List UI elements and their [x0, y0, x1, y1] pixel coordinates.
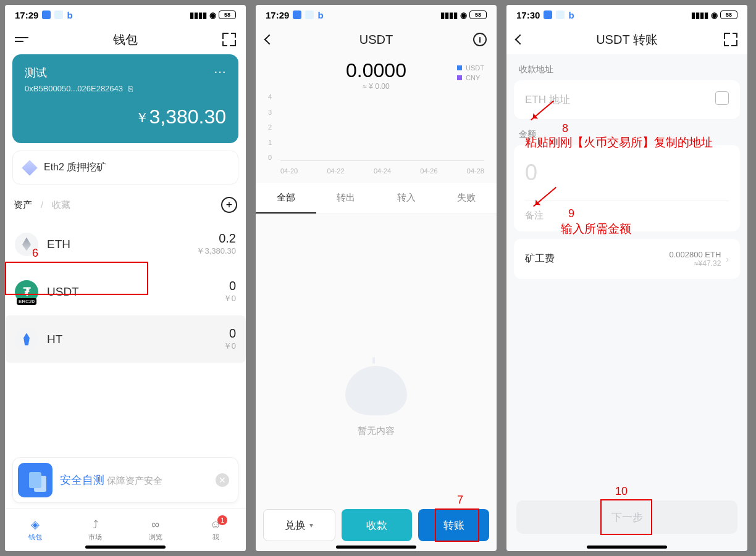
eth2-icon — [22, 160, 37, 175]
back-button[interactable] — [264, 35, 275, 45]
battery-icon: 58 — [720, 10, 737, 19]
browse-icon: ∞ — [149, 518, 162, 531]
status-icon-1 — [42, 10, 51, 19]
tab-assets[interactable]: 资产 — [14, 199, 32, 211]
screen-wallet: 17:29 b ▮▮▮▮ ◉ 58 钱包 ⋯ 测试 0xB5B00050...0… — [5, 5, 246, 551]
scan-icon[interactable] — [222, 33, 236, 46]
info-button[interactable]: i — [473, 33, 487, 46]
amount-input-card[interactable]: 0 备注 — [514, 145, 740, 231]
promo-title: 安全自测 — [60, 474, 104, 486]
home-indicator — [85, 546, 166, 549]
tab-separator: / — [41, 199, 43, 211]
chart-x-axis: 04-20 04-22 04-24 04-26 04-28 — [280, 167, 484, 175]
status-icon-2 — [556, 10, 565, 19]
page-title: USDT 转账 — [596, 31, 658, 48]
fee-amount: 0.002800 ETH — [669, 250, 721, 259]
transfer-button[interactable]: 转账 — [418, 509, 489, 541]
fee-value: ≈¥47.32 — [669, 259, 721, 268]
bottom-nav: ◈ 钱包 ⤴ 市场 ∞ 浏览 ☺ 我 1 — [5, 508, 246, 551]
chart-baseline — [280, 160, 484, 161]
exchange-button[interactable]: 兑换 — [263, 509, 335, 541]
status-b-icon: b — [67, 10, 72, 20]
copy-icon[interactable]: ⎘ — [128, 84, 133, 93]
signal-icon: ▮▮▮▮ — [190, 10, 207, 20]
tab-in[interactable]: 转入 — [376, 183, 437, 214]
promo-close-button[interactable]: ✕ — [216, 473, 229, 487]
status-bar: 17:29 b ▮▮▮▮ ◉ 58 — [256, 5, 497, 25]
tab-favorites[interactable]: 收藏 — [52, 199, 70, 211]
screen-usdt-detail: 17:29 b ▮▮▮▮ ◉ 58 USDT i 0.0000 ≈ ¥ 0.00… — [256, 5, 497, 551]
legend-dot — [457, 75, 462, 80]
asset-row-usdt[interactable]: ERC20 USDT 0 ￥0 — [12, 268, 238, 315]
add-asset-button[interactable]: + — [221, 197, 237, 213]
asset-amount: 0 — [224, 279, 236, 293]
amount-label: 金额 — [506, 119, 747, 145]
asset-value: ￥0 — [224, 293, 236, 304]
tab-fail[interactable]: 失败 — [437, 183, 497, 214]
scan-icon[interactable] — [724, 33, 737, 46]
wifi-icon: ◉ — [711, 10, 718, 20]
market-icon: ⤴ — [88, 518, 102, 531]
menu-icon[interactable] — [15, 37, 28, 42]
nav-market[interactable]: ⤴ 市场 — [88, 518, 102, 542]
chevron-right-icon: › — [726, 254, 729, 264]
status-icon-1 — [544, 10, 552, 19]
stake-banner[interactable]: Eth2 质押挖矿 — [12, 151, 238, 185]
empty-text: 暂无内容 — [358, 425, 395, 437]
asset-amount: 0.2 — [196, 231, 236, 246]
nav-me[interactable]: ☺ 我 1 — [209, 518, 222, 542]
status-b-icon: b — [568, 10, 574, 20]
wallet-name: 测试 — [25, 65, 226, 80]
transaction-tabs: 全部 转出 转入 失败 — [256, 183, 497, 214]
promo-subtitle: 保障资产安全 — [107, 475, 162, 486]
nav-browse[interactable]: ∞ 浏览 — [149, 518, 162, 542]
balance-chart: 4 3 2 1 0 04-20 04-22 04-24 04-26 04-28 — [256, 93, 497, 180]
address-label: 收款地址 — [506, 54, 747, 80]
wallet-card[interactable]: ⋯ 测试 0xB5B00050...026E282643 ⎘ ￥3,380.30 — [12, 54, 238, 143]
asset-symbol: ETH — [47, 238, 70, 251]
nav-wallet[interactable]: ◈ 钱包 — [28, 518, 42, 542]
memo-label[interactable]: 备注 — [525, 201, 729, 222]
asset-row-eth[interactable]: ETH 0.2 ￥3,380.30 — [12, 220, 238, 268]
battery-icon: 58 — [219, 10, 236, 19]
receive-button[interactable]: 收款 — [342, 509, 413, 541]
header: USDT 转账 — [506, 25, 747, 54]
asset-row-ht[interactable]: HT 0 ￥0 — [5, 315, 246, 363]
tab-out[interactable]: 转出 — [316, 183, 377, 214]
header: USDT i — [256, 25, 497, 54]
empty-state: 暂无内容 — [256, 214, 497, 551]
fee-label: 矿工费 — [525, 252, 555, 265]
usdt-icon: ERC20 — [15, 280, 38, 304]
chart-y-axis: 4 3 2 1 0 — [268, 93, 272, 161]
address-input-card[interactable]: ETH 地址 — [514, 80, 740, 119]
promo-icon — [18, 463, 52, 497]
back-button[interactable] — [515, 35, 526, 45]
asset-symbol: USDT — [47, 285, 79, 299]
wallet-more-icon[interactable]: ⋯ — [214, 64, 227, 79]
contact-icon[interactable] — [715, 91, 729, 105]
asset-value: ￥3,380.30 — [196, 246, 236, 257]
promo-banner[interactable]: 安全自测 保障资产安全 ✕ — [12, 457, 238, 503]
wallet-address: 0xB5B00050...026E282643 ⎘ — [25, 84, 226, 93]
signal-icon: ▮▮▮▮ — [440, 10, 458, 20]
tab-all[interactable]: 全部 — [256, 183, 316, 214]
status-icon-2 — [305, 10, 314, 19]
amount-placeholder: 0 — [525, 160, 729, 186]
screen-transfer: 17:30 b ▮▮▮▮ ◉ 58 USDT 转账 收款地址 ETH 地址 金额… — [506, 5, 747, 551]
wallet-balance: ￥3,380.30 — [25, 106, 226, 128]
status-time: 17:30 — [516, 10, 540, 20]
battery-icon: 58 — [469, 10, 487, 19]
legend-dot — [457, 65, 462, 70]
content: ⋯ 测试 0xB5B00050...026E282643 ⎘ ￥3,380.30… — [5, 54, 246, 551]
home-indicator — [587, 546, 667, 549]
fee-row[interactable]: 矿工费 0.002800 ETH ≈¥47.32 › — [514, 239, 740, 279]
asset-symbol: HT — [47, 333, 62, 346]
signal-icon: ▮▮▮▮ — [691, 10, 708, 20]
page-title: 钱包 — [113, 31, 138, 48]
status-bar: 17:29 b ▮▮▮▮ ◉ 58 — [5, 5, 246, 25]
empty-icon — [345, 366, 407, 415]
page-title: USDT — [359, 33, 393, 47]
annotation-10: 10 — [615, 485, 628, 498]
next-button[interactable]: 下一步 — [516, 500, 737, 534]
chart-legend: USDT CNY — [457, 64, 484, 84]
